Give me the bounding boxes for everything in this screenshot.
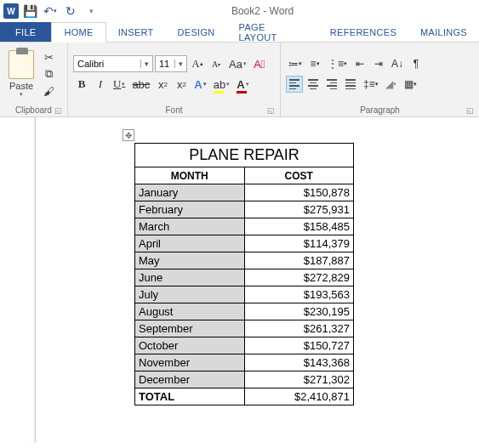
decrease-indent-icon[interactable]: ⇤ (351, 55, 368, 72)
align-right-button[interactable] (323, 76, 340, 93)
font-size-combo[interactable]: ▾ (155, 55, 187, 72)
table-row: August$230,195 (135, 303, 354, 320)
group-paragraph: ≔▾ ≡▾ ⋮≡▾ ⇤ ⇥ A↓ ¶ ‡≡▾ ◢▾ ▦▾ (281, 43, 479, 116)
table-row: November$143,368 (135, 354, 354, 371)
align-center-button[interactable] (305, 76, 322, 93)
subscript-button[interactable]: x2 (154, 76, 171, 93)
font-launcher-icon[interactable]: ◱ (267, 106, 275, 115)
page-edge (24, 117, 36, 443)
tab-insert[interactable]: INSERT (106, 22, 166, 42)
chevron-down-icon[interactable]: ▾ (174, 60, 186, 68)
group-font: ▾ ▾ A▴ A▾ Aa▾ A⃠ B I U▾ abc x2 (68, 43, 281, 116)
clipboard-icon (9, 50, 34, 79)
repair-table[interactable]: PLANE REPAIR MONTH COST January$150,878 … (134, 143, 354, 405)
paste-button[interactable]: Paste ▾ (5, 48, 37, 99)
col-header-month[interactable]: MONTH (135, 167, 245, 184)
tab-references[interactable]: REFERENCES (318, 22, 408, 42)
table-row: December$271,302 (135, 371, 354, 388)
shrink-font-icon[interactable]: A▾ (208, 55, 225, 72)
italic-button[interactable]: I (92, 76, 109, 93)
borders-icon[interactable]: ▦▾ (402, 76, 419, 93)
table-row: May$187,887 (135, 252, 354, 269)
table-row: March$158,485 (135, 218, 354, 235)
align-left-button[interactable] (286, 76, 303, 93)
underline-button[interactable]: U▾ (111, 76, 128, 93)
qat-customize-icon[interactable]: ▾ (82, 2, 100, 20)
justify-button[interactable] (342, 76, 359, 93)
col-header-cost[interactable]: COST (244, 167, 354, 184)
document-title: Book2 - Word (100, 5, 476, 17)
group-label-clipboard: Clipboard ◱ (5, 104, 62, 116)
ribbon-tabs: FILE HOME INSERT DESIGN PAGE LAYOUT REFE… (0, 22, 479, 43)
chevron-down-icon[interactable]: ▾ (140, 60, 152, 68)
format-painter-icon[interactable]: 🖌 (41, 83, 56, 99)
tab-file[interactable]: FILE (0, 22, 51, 42)
numbering-icon[interactable]: ≡▾ (306, 55, 323, 72)
redo-icon[interactable]: ↻ (61, 2, 80, 20)
line-spacing-icon[interactable]: ‡≡▾ (361, 76, 381, 93)
table-row: January$150,878 (135, 184, 354, 201)
document-area[interactable]: ✥ PLANE REPAIR MONTH COST January$150,87… (0, 117, 479, 448)
text-effects-icon[interactable]: A▾ (191, 76, 208, 93)
shading-icon[interactable]: ◢▾ (383, 76, 400, 93)
font-size-input[interactable] (156, 56, 174, 71)
font-name-input[interactable] (74, 56, 140, 71)
bold-button[interactable]: B (73, 76, 90, 93)
word-app-icon[interactable]: W (3, 3, 19, 19)
superscript-button[interactable]: x2 (173, 76, 190, 93)
group-label-font: Font ◱ (73, 104, 275, 116)
tab-mailings[interactable]: MAILINGS (408, 22, 479, 42)
ribbon: Paste ▾ ✂ ⧉ 🖌 Clipboard ◱ ▾ (0, 43, 479, 117)
cut-icon[interactable]: ✂ (41, 49, 56, 65)
table-total-row: TOTAL $2,410,871 (135, 388, 354, 405)
tab-design[interactable]: DESIGN (166, 22, 227, 42)
table-row: June$272,829 (135, 269, 354, 286)
save-icon[interactable]: 💾 (20, 2, 39, 20)
group-clipboard: Paste ▾ ✂ ⧉ 🖌 Clipboard ◱ (0, 43, 68, 116)
tab-home[interactable]: HOME (51, 22, 105, 43)
paragraph-launcher-icon[interactable]: ◱ (466, 106, 474, 115)
increase-indent-icon[interactable]: ⇥ (370, 55, 387, 72)
multilevel-list-icon[interactable]: ⋮≡▾ (325, 55, 350, 72)
highlight-icon[interactable]: ab▾ (211, 76, 232, 93)
title-bar: W 💾 ↶▾ ↻ ▾ Book2 - Word (0, 0, 479, 22)
change-case-icon[interactable]: Aa▾ (226, 55, 249, 72)
clear-formatting-icon[interactable]: A⃠ (251, 55, 268, 72)
table-row: October$150,727 (135, 337, 354, 354)
table-row: February$275,931 (135, 201, 354, 218)
font-color-icon[interactable]: A▾ (234, 76, 251, 93)
table-row: September$261,327 (135, 320, 354, 337)
bullets-icon[interactable]: ≔▾ (286, 55, 305, 72)
table-row: July$193,563 (135, 286, 354, 303)
undo-icon[interactable]: ↶▾ (41, 2, 60, 20)
copy-icon[interactable]: ⧉ (41, 66, 56, 82)
table-row: April$114,379 (135, 235, 354, 252)
grow-font-icon[interactable]: A▴ (189, 55, 206, 72)
table-move-handle-icon[interactable]: ✥ (123, 129, 134, 141)
group-label-paragraph: Paragraph ◱ (286, 104, 474, 116)
table-title[interactable]: PLANE REPAIR (135, 144, 354, 167)
show-marks-icon[interactable]: ¶ (408, 55, 425, 72)
tab-page-layout[interactable]: PAGE LAYOUT (227, 22, 318, 42)
sort-icon[interactable]: A↓ (389, 55, 406, 72)
font-name-combo[interactable]: ▾ (73, 55, 153, 72)
paste-label: Paste (9, 81, 33, 91)
strikethrough-button[interactable]: abc (129, 76, 152, 93)
quick-access-toolbar: W 💾 ↶▾ ↻ ▾ (3, 2, 100, 20)
page: ✥ PLANE REPAIR MONTH COST January$150,87… (39, 117, 354, 448)
clipboard-launcher-icon[interactable]: ◱ (54, 106, 62, 115)
